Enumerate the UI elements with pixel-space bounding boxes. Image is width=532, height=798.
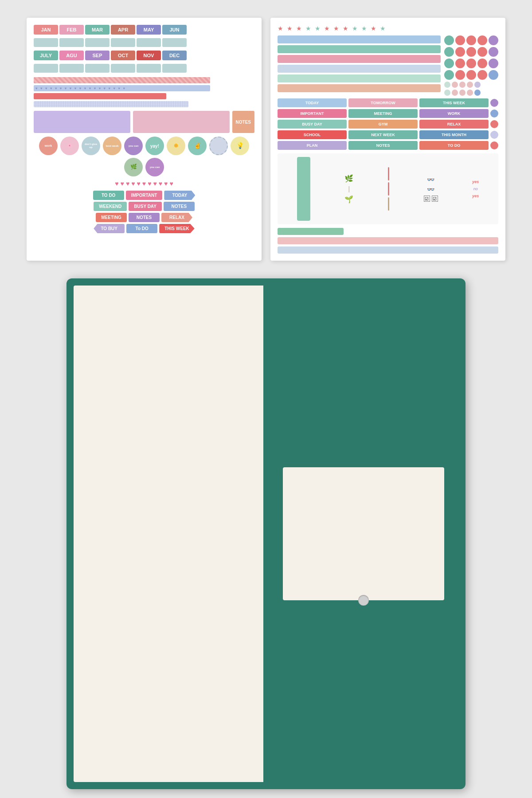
- notes-label[interactable]: NOTES: [232, 111, 254, 133]
- dot-r3-4[interactable]: [477, 59, 487, 68]
- bar-4[interactable]: [278, 65, 441, 73]
- cat-nextweek[interactable]: NEXT WEEK: [348, 130, 418, 139]
- dot-r3-1[interactable]: [444, 59, 454, 68]
- cat-work[interactable]: WORK: [419, 109, 489, 118]
- cat-school[interactable]: SCHOOL: [278, 130, 347, 139]
- cat-gym[interactable]: GYM: [348, 120, 418, 129]
- circle-sticker-2[interactable]: 🌸: [60, 137, 79, 155]
- dot-r6-4[interactable]: [467, 90, 473, 96]
- washi-red[interactable]: [34, 93, 166, 99]
- bar-3[interactable]: [278, 55, 441, 63]
- circle-sticker-1[interactable]: work: [39, 137, 58, 155]
- month-apr[interactable]: APR: [111, 25, 135, 35]
- circle-sticker-4[interactable]: best week: [103, 137, 121, 155]
- label-tobuy[interactable]: TO BUY: [94, 224, 125, 233]
- dot-r3-3[interactable]: [466, 59, 476, 68]
- dot-r1-1[interactable]: [444, 35, 454, 45]
- month-sep[interactable]: SEP: [85, 51, 110, 60]
- month-nov[interactable]: NOV: [137, 51, 161, 60]
- dot-r3-5[interactable]: [489, 59, 498, 68]
- bottom-bar-1[interactable]: [278, 228, 344, 235]
- month-mar[interactable]: MAR: [85, 25, 110, 35]
- bar-6[interactable]: [278, 84, 441, 92]
- label-relax[interactable]: RELAX: [161, 213, 192, 222]
- label-today[interactable]: TODAY: [164, 191, 195, 200]
- dot-r2-1[interactable]: [444, 47, 454, 57]
- label-todo-1[interactable]: TO DO: [93, 191, 124, 200]
- cat-dot-5[interactable]: [490, 141, 498, 149]
- checkbox-1[interactable]: ☑: [424, 196, 430, 202]
- month-may[interactable]: MAY: [137, 25, 161, 35]
- dot-r6-3[interactable]: [459, 90, 466, 96]
- month-jul[interactable]: JULY: [34, 51, 58, 60]
- circle-sticker-7[interactable]: 🌼: [167, 137, 185, 155]
- dot-r5-3[interactable]: [459, 82, 466, 88]
- label-notes-1[interactable]: NOTES: [164, 202, 195, 211]
- dot-r4-3[interactable]: [466, 70, 476, 80]
- cat-dot-2[interactable]: [490, 110, 498, 117]
- dot-r4-4[interactable]: [477, 70, 487, 80]
- snap-button[interactable]: [358, 595, 369, 606]
- cat-tomorrow[interactable]: TOMORROW: [348, 98, 418, 107]
- dot-r1-3[interactable]: [466, 35, 476, 45]
- month-jun[interactable]: JUN: [162, 25, 187, 35]
- circle-sticker-10[interactable]: 💡: [231, 137, 249, 155]
- checkbox-2[interactable]: ☑: [432, 196, 438, 202]
- dot-r4-2[interactable]: [455, 70, 465, 80]
- month-jan[interactable]: JAN: [34, 25, 58, 35]
- label-important[interactable]: IMPORTANT: [126, 191, 163, 200]
- label-todo-2[interactable]: To DO: [126, 224, 157, 233]
- cat-dot-3[interactable]: [490, 120, 498, 128]
- dot-r6-5[interactable]: [474, 90, 481, 96]
- dot-r2-3[interactable]: [466, 47, 476, 57]
- dot-r1-2[interactable]: [455, 35, 465, 45]
- dot-r5-5[interactable]: [474, 82, 481, 88]
- bottom-bar-3[interactable]: [278, 246, 498, 254]
- washi-stripes[interactable]: [34, 77, 210, 83]
- cat-busyday[interactable]: BUSY DAY: [278, 120, 347, 129]
- cat-notes[interactable]: NOTES: [348, 141, 418, 150]
- cat-thisweek[interactable]: THIS WEEK: [419, 98, 489, 107]
- bottom-bar-2[interactable]: [278, 237, 498, 244]
- cat-relax[interactable]: RELAX: [419, 120, 489, 129]
- circle-sticker-3[interactable]: don't give up: [82, 137, 100, 155]
- bar-1[interactable]: [278, 35, 441, 43]
- cat-dot-1[interactable]: [490, 99, 498, 107]
- dot-r4-1[interactable]: [444, 70, 454, 80]
- cat-todo[interactable]: TO DO: [419, 141, 489, 150]
- washi-hearts[interactable]: ♥ ♥ ♥ ♥ ♥ ♥ ♥ ♥ ♥ ♥ ♥ ♥ ♥ ♥ ♥ ♥ ♥ ♥ ♥: [34, 85, 210, 91]
- cat-plan[interactable]: PLAN: [278, 141, 347, 150]
- month-oct[interactable]: OCT: [111, 51, 135, 60]
- dot-r2-2[interactable]: [455, 47, 465, 57]
- dot-r6-2[interactable]: [452, 90, 458, 96]
- circle-sticker-6[interactable]: yay!: [145, 137, 164, 155]
- label-weekend[interactable]: WEEKEND: [94, 202, 127, 211]
- circle-sticker-11[interactable]: 🌿: [124, 158, 143, 176]
- dot-r6-1[interactable]: [444, 90, 450, 96]
- circle-sticker-12[interactable]: you can: [145, 158, 164, 176]
- dot-r3-2[interactable]: [455, 59, 465, 68]
- circle-sticker-9[interactable]: [209, 137, 228, 155]
- dot-r2-5[interactable]: [489, 47, 498, 57]
- month-agu[interactable]: AGU: [59, 51, 84, 60]
- dot-r5-4[interactable]: [467, 82, 473, 88]
- month-feb[interactable]: FEB: [59, 25, 84, 35]
- dot-r4-5[interactable]: [489, 70, 498, 80]
- dot-r5-1[interactable]: [444, 82, 450, 88]
- dot-r1-5[interactable]: [489, 35, 498, 45]
- cat-meeting[interactable]: MEETING: [348, 109, 418, 118]
- cat-dot-4[interactable]: [490, 131, 498, 139]
- month-dec[interactable]: DEC: [162, 51, 187, 60]
- circle-sticker-8[interactable]: ✌: [188, 137, 207, 155]
- bar-5[interactable]: [278, 74, 441, 82]
- dot-r1-4[interactable]: [477, 35, 487, 45]
- label-thisweek[interactable]: THIS WEEK: [159, 224, 195, 233]
- cat-today[interactable]: TODAY: [278, 98, 347, 107]
- cat-important[interactable]: IMPORTANT: [278, 109, 347, 118]
- bar-2[interactable]: [278, 45, 441, 53]
- washi-plaid[interactable]: [34, 101, 188, 107]
- label-meeting[interactable]: MEETING: [96, 213, 127, 222]
- label-notes-2[interactable]: NOTES: [129, 213, 160, 222]
- dot-r2-4[interactable]: [477, 47, 487, 57]
- dot-r5-2[interactable]: [452, 82, 458, 88]
